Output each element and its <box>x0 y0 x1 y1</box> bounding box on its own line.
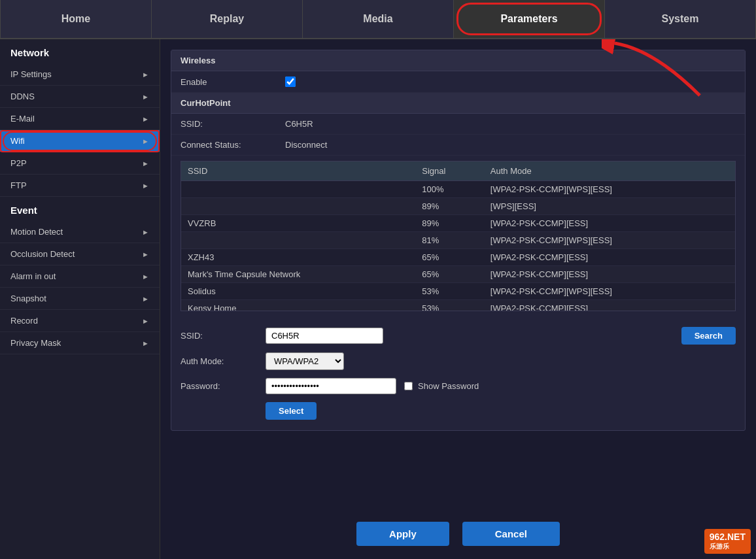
chevron-right-icon: ► <box>142 182 149 190</box>
password-row: Password: Show Password <box>180 374 736 398</box>
watermark: 962.NET 乐游乐 <box>704 529 751 554</box>
wifi-table-row[interactable]: Solidus 53% [WPA2-PSK-CCMP][WPS][ESS] <box>181 283 735 300</box>
sidebar-item-occlusion-detect[interactable]: Occlusion Detect ► <box>0 243 160 265</box>
wifi-table-row[interactable]: Kensy Home 53% [WPA2-PSK-CCMP][ESS] <box>181 300 735 312</box>
sidebar-section-event: Event <box>0 197 160 221</box>
wifi-auth-cell: [WPA2-PSK-CCMP][WPS][ESS] <box>484 232 735 249</box>
wifi-signal-cell: 53% <box>415 300 484 312</box>
ssid-current-label: SSID: <box>180 119 285 129</box>
chevron-right-icon: ► <box>142 228 149 236</box>
wifi-ssid-cell: Solidus <box>181 283 415 300</box>
wifi-ssid-cell <box>181 181 415 198</box>
bottom-bar: Apply Cancel <box>160 509 756 559</box>
sidebar-item-ftp[interactable]: FTP ► <box>0 175 160 197</box>
wifi-table-row[interactable]: 89% [WPS][ESS] <box>181 198 735 215</box>
wifi-auth-cell: [WPA2-PSK-CCMP][WPS][ESS] <box>484 181 735 198</box>
select-button-row: Select <box>180 398 736 424</box>
auth-mode-select[interactable]: WPA/WPA2 WPA WPA2 None <box>266 352 344 370</box>
wifi-ssid-cell: Mark's Time Capsule Network <box>181 266 415 283</box>
sidebar-item-alarm-in-out[interactable]: Alarm in out ► <box>0 265 160 288</box>
wifi-signal-cell: 89% <box>415 198 484 215</box>
wifi-auth-cell: [WPS][ESS] <box>484 198 735 215</box>
chevron-right-icon: ► <box>142 160 149 167</box>
auth-mode-row: Auth Mode: WPA/WPA2 WPA WPA2 None <box>180 348 736 374</box>
enable-label: Enable <box>180 77 285 87</box>
wifi-signal-cell: 81% <box>415 232 484 249</box>
enable-checkbox[interactable] <box>285 76 296 87</box>
col-auth-mode: Auth Mode <box>484 161 735 181</box>
chevron-right-icon: ► <box>142 93 149 101</box>
wifi-signal-cell: 65% <box>415 249 484 266</box>
enable-row: Enable <box>171 71 745 93</box>
password-input[interactable] <box>266 378 396 394</box>
sidebar-item-motion-detect[interactable]: Motion Detect ► <box>0 221 160 243</box>
wifi-auth-cell: [WPA2-PSK-CCMP][WPS][ESS] <box>484 283 735 300</box>
nav-media[interactable]: Media <box>303 0 454 38</box>
sidebar-item-record[interactable]: Record ► <box>0 310 160 332</box>
content-area: Wireless Enable CurHotPoint SSID: C6H5R … <box>160 39 756 559</box>
nav-replay[interactable]: Replay <box>152 0 303 38</box>
apply-button[interactable]: Apply <box>356 522 449 546</box>
sidebar-item-wifi[interactable]: Wifi ► <box>0 130 160 152</box>
connect-status-label: Connect Status: <box>180 140 285 150</box>
chevron-right-icon: ► <box>142 115 149 123</box>
wifi-table: SSID Signal Auth Mode 100% [WPA2-PSK-CCM… <box>181 161 735 311</box>
sidebar-item-ip-settings[interactable]: IP Settings ► <box>0 63 160 86</box>
show-password-checkbox[interactable] <box>404 382 413 390</box>
wireless-section-header: Wireless <box>171 50 745 71</box>
ssid-current-row: SSID: C6H5R <box>171 114 745 135</box>
chevron-right-icon: ► <box>142 137 149 145</box>
wifi-signal-cell: 100% <box>415 181 484 198</box>
wifi-ssid-cell: Kensy Home <box>181 300 415 312</box>
sidebar-section-network: Network <box>0 39 160 63</box>
wifi-auth-cell: [WPA2-PSK-CCMP][ESS] <box>484 215 735 232</box>
sidebar-item-snapshot[interactable]: Snapshot ► <box>0 288 160 310</box>
wireless-panel: Wireless Enable CurHotPoint SSID: C6H5R … <box>171 50 746 431</box>
wifi-table-row[interactable]: XZH43 65% [WPA2-PSK-CCMP][ESS] <box>181 249 735 266</box>
sidebar: Network IP Settings ► DDNS ► E-Mail ► Wi… <box>0 39 160 559</box>
nav-system[interactable]: System <box>605 0 756 38</box>
sidebar-item-ddns[interactable]: DDNS ► <box>0 86 160 108</box>
select-button[interactable]: Select <box>266 402 317 420</box>
show-password-label: Show Password <box>404 381 479 391</box>
chevron-right-icon: ► <box>142 295 149 303</box>
password-label: Password: <box>180 381 266 391</box>
wifi-auth-cell: [WPA2-PSK-CCMP][ESS] <box>484 249 735 266</box>
chevron-right-icon: ► <box>142 317 149 325</box>
connect-status-value: Disconnect <box>285 140 327 150</box>
sidebar-item-email[interactable]: E-Mail ► <box>0 108 160 130</box>
chevron-right-icon: ► <box>142 71 149 78</box>
chevron-right-icon: ► <box>142 273 149 280</box>
col-ssid: SSID <box>181 161 415 181</box>
wifi-auth-cell: [WPA2-PSK-CCMP][ESS] <box>484 300 735 312</box>
nav-home[interactable]: Home <box>0 0 152 38</box>
wifi-ssid-cell <box>181 198 415 215</box>
wifi-table-row[interactable]: 100% [WPA2-PSK-CCMP][WPS][ESS] <box>181 181 735 198</box>
ssid-input-row: SSID: Search <box>180 323 736 348</box>
wifi-table-row[interactable]: 81% [WPA2-PSK-CCMP][WPS][ESS] <box>181 232 735 249</box>
wifi-ssid-cell: XZH43 <box>181 249 415 266</box>
wifi-signal-cell: 65% <box>415 266 484 283</box>
ssid-input[interactable] <box>266 328 383 344</box>
top-navigation: Home Replay Media Parameters System <box>0 0 756 39</box>
nav-parameters[interactable]: Parameters <box>454 0 605 38</box>
sidebar-item-p2p[interactable]: P2P ► <box>0 152 160 175</box>
ssid-current-value: C6H5R <box>285 119 313 129</box>
bottom-form: SSID: Search Auth Mode: WPA/WPA2 WPA WPA… <box>171 316 745 430</box>
wifi-table-row[interactable]: VVZRB 89% [WPA2-PSK-CCMP][ESS] <box>181 215 735 232</box>
auth-mode-label: Auth Mode: <box>180 356 266 366</box>
cancel-button[interactable]: Cancel <box>462 522 560 546</box>
wifi-ssid-cell: VVZRB <box>181 215 415 232</box>
chevron-right-icon: ► <box>142 339 149 347</box>
wifi-signal-cell: 89% <box>415 215 484 232</box>
col-signal: Signal <box>415 161 484 181</box>
wifi-auth-cell: [WPA2-PSK-CCMP][ESS] <box>484 266 735 283</box>
sidebar-item-wifi-wrapper: Wifi ► <box>0 130 160 152</box>
connect-status-row: Connect Status: Disconnect <box>171 135 745 156</box>
search-button[interactable]: Search <box>681 327 736 345</box>
wifi-signal-cell: 53% <box>415 283 484 300</box>
sidebar-item-privacy-mask[interactable]: Privacy Mask ► <box>0 332 160 354</box>
wifi-ssid-cell <box>181 232 415 249</box>
wifi-table-row[interactable]: Mark's Time Capsule Network 65% [WPA2-PS… <box>181 266 735 283</box>
main-layout: Network IP Settings ► DDNS ► E-Mail ► Wi… <box>0 39 756 559</box>
